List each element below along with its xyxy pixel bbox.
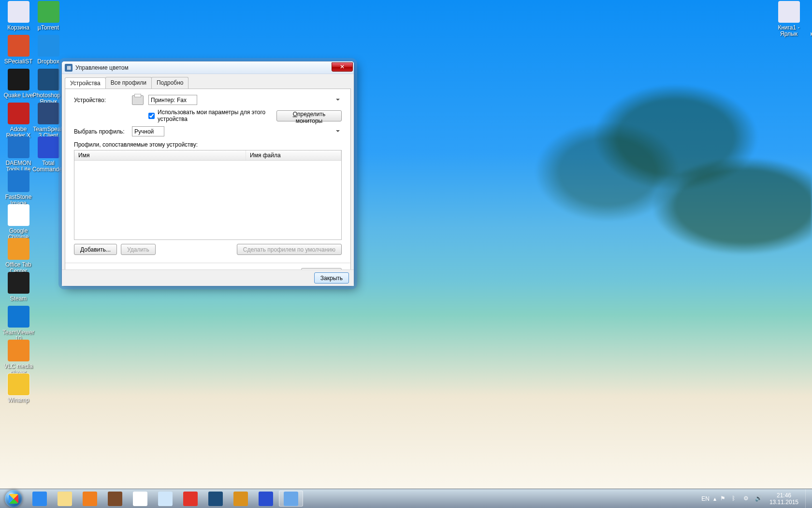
app-icon: [38, 1, 59, 23]
app-icon: [8, 69, 29, 90]
photoshop-icon: [208, 492, 223, 506]
app-icon: [8, 35, 29, 57]
app-icon: ▦: [65, 64, 72, 72]
taskbar-item-chrome[interactable]: [128, 491, 152, 507]
desktop-icon[interactable]: Список клиенто...: [806, 1, 812, 38]
app-icon: [8, 136, 29, 158]
icon-label: µTorrent: [30, 24, 67, 31]
taskbar-item-opera[interactable]: [178, 491, 203, 507]
tray-chevron-icon[interactable]: ▴: [713, 495, 716, 502]
app-icon: [8, 170, 29, 192]
language-indicator[interactable]: EN: [701, 495, 710, 502]
profiles-caption: Профили, сопоставляемые этому устройству…: [74, 141, 342, 148]
desktop-icon[interactable]: Книга1 - Ярлык: [771, 1, 806, 38]
app-icon: [778, 1, 800, 23]
app-icon: [8, 238, 29, 260]
titlebar[interactable]: ▦ Управление цветом ✕: [62, 61, 354, 74]
daemon-icon: [233, 492, 248, 506]
bluetooth-icon[interactable]: ᛒ: [732, 495, 740, 503]
ie-icon: [32, 492, 47, 506]
use-my-settings-label: Использовать мои параметры для этого уст…: [158, 109, 276, 122]
device-label: Устройство:: [74, 97, 132, 104]
tab-devices[interactable]: Устройства: [65, 77, 106, 89]
icon-label: Winamp: [0, 397, 37, 404]
app-icon: [8, 204, 29, 226]
close-button[interactable]: ✕: [332, 62, 353, 72]
winrar-icon: [108, 492, 122, 506]
desktop-icon[interactable]: µTorrent: [30, 1, 67, 31]
list-header: Имя Имя файла: [74, 150, 341, 161]
window-title: Управление цветом: [75, 64, 129, 71]
taskbar-item-ie[interactable]: [28, 491, 52, 507]
desktop-icon[interactable]: Dropbox: [30, 35, 67, 65]
col-name[interactable]: Имя: [74, 150, 246, 160]
taskbar-item-explorer[interactable]: [53, 491, 77, 507]
explorer-icon: [58, 492, 72, 506]
taskbar: EN ▴ ⚑ ᛒ ⚙ 🔊 21:46 13.11.2015: [0, 489, 812, 508]
taskbar-item-totalcmd[interactable]: [254, 491, 278, 507]
app-icon: [38, 103, 59, 124]
icon-label: Steam: [0, 295, 37, 302]
desktop-icon[interactable]: Steam: [0, 272, 37, 302]
close-dialog-button[interactable]: Закрыть: [314, 272, 349, 284]
action-center-icon[interactable]: ⚑: [720, 495, 728, 503]
desktop-icon[interactable]: Office Tab Center: [0, 238, 37, 275]
profile-mode-select[interactable]: Ручной: [132, 126, 164, 136]
printer-icon: [132, 95, 144, 105]
tab-advanced[interactable]: Подробно: [151, 77, 189, 89]
color-management-window: ▦ Управление цветом ✕ Устройства Все про…: [61, 61, 354, 286]
taskbar-item-photoshop[interactable]: [203, 491, 228, 507]
icon-label: Список клиенто...: [806, 24, 812, 38]
clock[interactable]: 21:46 13.11.2015: [767, 492, 801, 506]
icon-label: Книга1 - Ярлык: [771, 24, 806, 38]
system-tray: EN ▴ ⚑ ᛒ ⚙ 🔊 21:46 13.11.2015: [697, 489, 805, 508]
app-icon: [8, 340, 29, 361]
taskbar-item-calendar[interactable]: [153, 491, 177, 507]
use-my-settings-checkbox[interactable]: Использовать мои параметры для этого уст…: [148, 109, 276, 122]
start-button[interactable]: [0, 489, 27, 508]
app-icon: [38, 136, 59, 158]
desktop-icon[interactable]: VLC media player: [0, 340, 37, 376]
calendar-icon: [158, 492, 173, 506]
tab-strip: Устройства Все профили Подробно: [62, 74, 354, 89]
taskbar-item-mediaplayer[interactable]: [78, 491, 102, 507]
app-icon: [8, 103, 29, 124]
device-select[interactable]: Принтер: Fax: [148, 95, 197, 105]
date: 13.11.2015: [769, 499, 798, 506]
mediaplayer-icon: [83, 492, 97, 506]
profiles-list[interactable]: Имя Имя файла: [74, 150, 342, 240]
taskbar-item-winrar[interactable]: [103, 491, 127, 507]
taskbar-item-colormgmt[interactable]: [279, 491, 303, 507]
col-file[interactable]: Имя файла: [246, 150, 341, 160]
taskbar-item-daemon[interactable]: [229, 491, 253, 507]
remove-button: Удалить: [121, 244, 156, 255]
network-icon[interactable]: ⚙: [743, 495, 751, 503]
totalcmd-icon: [259, 492, 273, 506]
use-my-settings-input[interactable]: [148, 113, 155, 119]
colormgmt-icon: [284, 492, 298, 506]
app-icon: [8, 306, 29, 328]
tab-page-devices: Устройство: Принтер: Fax Использовать мо…: [65, 89, 351, 283]
time: 21:46: [769, 492, 798, 499]
chrome-icon: [133, 492, 147, 506]
tab-all-profiles[interactable]: Все профили: [105, 77, 152, 89]
windows-orb-icon: [5, 490, 22, 508]
volume-icon[interactable]: 🔊: [755, 495, 763, 503]
app-icon: [38, 35, 59, 57]
desktop[interactable]: КорзинаSPecialiSTQuake LiveAdobe Reader …: [0, 0, 812, 508]
app-icon: [38, 69, 59, 90]
dialog-footer: Закрыть: [62, 269, 354, 286]
detect-monitors-button[interactable]: Определить мониторы: [276, 110, 342, 121]
desktop-icon[interactable]: TeamViewer 10: [0, 306, 37, 343]
desktop-icon[interactable]: Winamp: [0, 374, 37, 404]
select-profile-label: Выбрать профиль:: [74, 128, 132, 135]
show-desktop-button[interactable]: [805, 489, 812, 508]
app-icon: [8, 374, 29, 395]
app-icon: [8, 1, 29, 23]
app-icon: [8, 272, 29, 294]
desktop-icon[interactable]: Google Chrome: [0, 204, 37, 241]
add-button[interactable]: Добавить...: [74, 244, 117, 255]
set-default-button: Сделать профилем по умолчанию: [237, 244, 342, 255]
opera-icon: [183, 492, 198, 506]
